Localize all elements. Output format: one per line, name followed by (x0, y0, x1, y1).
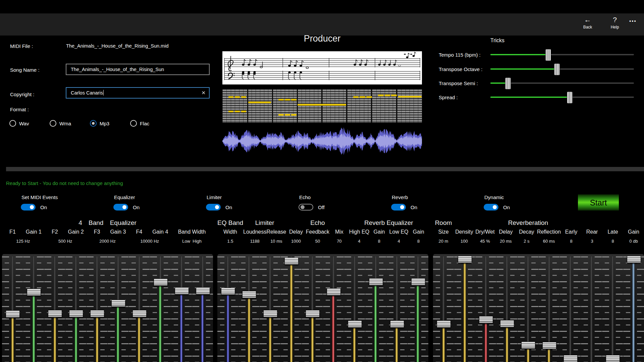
radio-circle-icon (50, 120, 56, 127)
fader-reflection[interactable] (539, 254, 560, 362)
fader-density[interactable] (454, 254, 475, 362)
fader-handle[interactable] (500, 320, 514, 327)
fader-band-width-high[interactable] (192, 254, 213, 362)
fader-handle[interactable] (27, 289, 41, 296)
fader-handle[interactable] (348, 320, 362, 328)
fader-handle[interactable] (221, 288, 235, 295)
fader-handle[interactable] (627, 256, 641, 263)
fader-room-size[interactable] (433, 254, 454, 362)
copyright-input[interactable]: Carlos Canaris ✕ (66, 87, 210, 99)
fader-handle[interactable] (606, 355, 620, 362)
format-radio-wav[interactable]: Wav (9, 120, 50, 127)
trick-slider-spread[interactable] (490, 97, 634, 98)
fader-late[interactable] (602, 254, 623, 362)
fader-reverb-gain[interactable] (623, 254, 644, 362)
fader-handle[interactable] (327, 288, 341, 296)
fader-mix[interactable] (323, 254, 344, 362)
fader-handle[interactable] (369, 278, 383, 286)
fader-handle[interactable] (390, 320, 404, 328)
fader-handle[interactable] (175, 287, 189, 295)
fader-handle[interactable] (111, 300, 125, 307)
fader-low-eq-gain[interactable] (407, 254, 428, 362)
fader-handle[interactable] (458, 256, 472, 263)
fader-reverb-delay[interactable] (496, 254, 518, 362)
fader-handle[interactable] (479, 316, 493, 323)
producer-window: ← Back ? Help ••• MIDI File : The_Animal… (0, 0, 644, 362)
trick-slider-tempo[interactable] (490, 54, 634, 55)
fader-handle[interactable] (263, 310, 277, 317)
fader-low-eq[interactable] (386, 254, 407, 362)
format-radio-flac[interactable]: Flac (130, 120, 170, 127)
format-radio-wma[interactable]: Wma (50, 120, 90, 127)
fader-handle[interactable] (564, 355, 578, 362)
fader-early[interactable] (559, 254, 581, 362)
fader-f3[interactable] (87, 254, 108, 362)
measure-line (297, 89, 298, 123)
fader-gain-1[interactable] (23, 254, 44, 362)
slider-handle[interactable] (554, 63, 560, 75)
fader-f1[interactable] (2, 254, 23, 362)
fader-dry-wet[interactable] (475, 254, 496, 362)
toggle-switch[interactable] (206, 204, 221, 210)
tick-marks (192, 256, 199, 362)
fader-handle[interactable] (90, 310, 104, 317)
toggle-switch[interactable] (299, 204, 313, 210)
fader-handle[interactable] (306, 310, 320, 317)
help-button[interactable]: ? Help (603, 15, 627, 29)
midi-note (285, 114, 290, 116)
fader-feedback[interactable] (302, 254, 323, 362)
toggle-group-limiter: LimiterOn (206, 194, 299, 210)
measure-line (321, 89, 322, 123)
fader-handle[interactable] (154, 279, 168, 286)
fader-gain-4[interactable] (150, 254, 171, 362)
trick-slider-transpose-semi[interactable] (490, 82, 634, 84)
fader-handle[interactable] (48, 310, 62, 317)
fader-handle[interactable] (196, 287, 210, 295)
fader-handle[interactable] (521, 342, 535, 349)
toggle-knob (215, 205, 219, 209)
toggle-switch[interactable] (113, 204, 128, 210)
more-options-icon[interactable]: ••• (625, 18, 641, 24)
start-button[interactable]: Start (578, 194, 619, 210)
clear-text-icon[interactable]: ✕ (201, 88, 206, 98)
slider-handle[interactable] (505, 77, 511, 89)
fader-handle[interactable] (242, 291, 256, 298)
tick-marks (164, 256, 171, 362)
fader-handle[interactable] (437, 320, 451, 328)
fader-handle[interactable] (69, 310, 83, 317)
column-value: 10000 Hz (128, 237, 171, 245)
fader-handle[interactable] (411, 278, 425, 286)
fader-f2[interactable] (44, 254, 65, 362)
fader-loudness[interactable] (238, 254, 260, 362)
column-label: Width (217, 228, 243, 237)
toggle-switch[interactable] (391, 204, 406, 210)
fader-gain-2[interactable] (65, 254, 87, 362)
format-radio-mp3[interactable]: Mp3 (90, 120, 130, 127)
fader-rear[interactable] (581, 254, 602, 362)
slider-handle[interactable] (567, 92, 573, 104)
fader-gain-3[interactable] (108, 254, 129, 362)
fader-handle[interactable] (6, 310, 20, 318)
column-label: Delay (495, 228, 516, 237)
toggle-switch[interactable] (21, 204, 36, 210)
toggle-knob (400, 205, 404, 209)
back-button[interactable]: ← Back (576, 15, 599, 29)
fader-eq-band-width[interactable] (217, 254, 238, 362)
fader-high-eq-gain[interactable] (365, 254, 386, 362)
fader-handle[interactable] (284, 257, 299, 265)
fader-high-eq[interactable] (344, 254, 365, 362)
slider-handle[interactable] (545, 49, 551, 61)
fader-decay[interactable] (518, 254, 539, 362)
fader-f4[interactable] (128, 254, 150, 362)
section-divider[interactable] (6, 167, 644, 171)
toggle-group-echo: EchoOff (299, 194, 391, 210)
trick-slider-transpose-octave[interactable] (490, 68, 634, 70)
fader-handle[interactable] (132, 310, 147, 317)
fader-band-width-low[interactable] (171, 254, 192, 362)
fader-release[interactable] (260, 254, 281, 362)
fader-handle[interactable] (542, 342, 556, 349)
song-name-input[interactable]: The_Animals_-_House_of_the_Rising_Sun (66, 64, 210, 75)
column-label: Dry/Wet (475, 228, 495, 237)
toggle-switch[interactable] (484, 204, 498, 210)
fader-echo-delay[interactable] (281, 254, 302, 362)
